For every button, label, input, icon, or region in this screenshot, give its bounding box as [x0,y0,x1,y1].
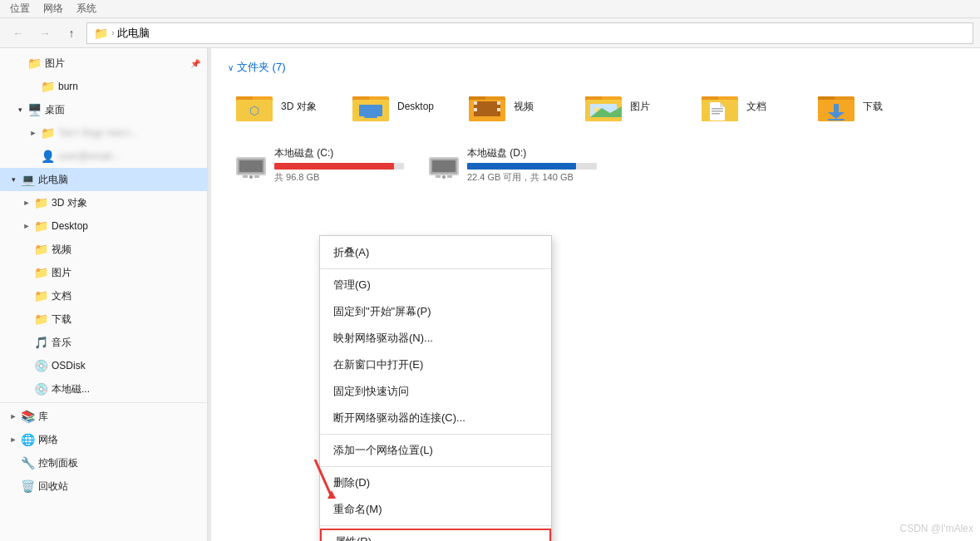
context-menu-item-disconnect[interactable]: 断开网络驱动器的连接(C)... [320,405,551,431]
sidebar-item-osdisk[interactable]: 💿 OSDisk [0,354,207,377]
context-menu-item-delete[interactable]: 删除(D) [320,470,551,496]
sidebar-item-downloads[interactable]: 📁 下载 [0,307,207,331]
folder-name-videos: 视频 [514,100,534,114]
folder-item-downloads[interactable]: 下载 [810,85,926,128]
sidebar-item-local-d[interactable]: 💿 本地磁... [0,377,207,401]
context-menu-item-collapse[interactable]: 折叠(A) [320,239,551,266]
expand-icon [20,243,33,256]
context-menu-item-manage[interactable]: 管理(G) [320,272,551,298]
context-menu-item-map-drive[interactable]: 映射网络驱动器(N)... [320,325,551,352]
forward-button[interactable]: → [33,22,57,45]
drive-d-name: 本地磁盘 (D:) [467,146,597,160]
top-nav-item-2[interactable]: 网络 [43,2,63,16]
sidebar-item-network[interactable]: ► 🌐 网络 [0,428,207,451]
folder-name-downloads: 下载 [863,100,883,114]
context-menu-item-pin-start[interactable]: 固定到"开始"屏幕(P) [320,298,551,325]
folder-item-pictures[interactable]: 图片 [577,85,693,128]
folder-icon: 📁 [33,242,48,257]
folder-item-videos[interactable]: 视频 [460,85,577,128]
drive-item-c[interactable]: 本地磁盘 (C:) 共 96.8 GB [228,141,411,189]
up-button[interactable]: ↑ [60,22,83,45]
folder-icon: 📁 [27,56,42,71]
folder-icon-videos [467,90,507,123]
context-menu-separator-3 [320,466,551,467]
recycle-icon: 🗑️ [20,479,35,494]
folder-name-documents: 文档 [746,100,766,114]
folder-name-pictures: 图片 [630,100,650,114]
context-menu-separator-2 [320,434,551,435]
sidebar-item-label: 桌面 [45,103,65,117]
svg-rect-46 [432,160,456,172]
folders-section-header[interactable]: ∨ 文件夹 (7) [228,60,963,75]
expand-icon: ► [27,126,40,140]
context-menu-item-add-network[interactable]: 添加一个网络位置(L) [320,437,551,464]
sidebar-item-desktop2[interactable]: ► 📁 Desktop [0,214,207,238]
context-menu-item-rename[interactable]: 重命名(M) [320,496,551,523]
sidebar-item-pictures2[interactable]: 📁 图片 [0,261,207,284]
sidebar-item-3d[interactable]: ► 📁 3D 对象 [0,191,207,214]
svg-point-41 [249,175,253,179]
context-menu-item-properties[interactable]: 属性(R) [320,529,551,541]
folder-name-3d: 3D 对象 [281,100,317,114]
toolbar: ← → ↑ 📁 › 此电脑 [0,18,980,48]
svg-rect-16 [497,108,500,111]
svg-rect-14 [474,108,477,111]
sidebar-item-desktop-sub2[interactable]: 👤 user@email... [0,145,207,168]
svg-rect-40 [239,160,263,172]
sidebar-item-control-panel[interactable]: 🔧 控制面板 [0,451,207,475]
folder-item-3d[interactable]: ⬡ 3D 对象 [228,85,344,128]
sidebar-item-label: 图片 [52,266,71,280]
folder-grid: ⬡ 3D 对象 [228,85,963,128]
address-bar[interactable]: 📁 › 此电脑 [86,22,973,44]
sidebar-item-label: 库 [38,410,48,424]
drive-c-icon [234,149,268,182]
desktop-icon: 🖥️ [27,102,42,117]
sidebar-item-burn[interactable]: 📁 burn [0,75,207,98]
svg-rect-31 [712,113,720,115]
sidebar-item-desktop[interactable]: ▾ 🖥️ 桌面 [0,98,207,121]
address-text: 此电脑 [117,26,150,41]
sidebar-item-label: 视频 [52,243,71,257]
sidebar-item-this-pc[interactable]: ▾ 💻 此电脑 [0,168,207,191]
drive-d-svg [427,150,460,180]
context-menu-separator-1 [320,268,551,269]
folder-icon: 📁 [33,195,48,210]
back-button[interactable]: ← [7,22,30,45]
context-menu: 折叠(A) 管理(G) 固定到"开始"屏幕(P) 映射网络驱动器(N)... 在… [319,235,552,541]
sidebar-item-videos[interactable]: 📁 视频 [0,238,207,261]
folder-item-documents[interactable]: 文档 [693,85,810,128]
context-menu-item-pin-quick[interactable]: 固定到快速访问 [320,378,551,405]
svg-rect-37 [828,119,845,120]
context-menu-item-open-new[interactable]: 在新窗口中打开(E) [320,352,551,378]
drive-grid: 本地磁盘 (C:) 共 96.8 GB [228,141,963,189]
sidebar-item-recycle[interactable]: 🗑️ 回收站 [0,475,207,498]
sidebar-item-label: 此电脑 [38,173,68,187]
folder-item-desktop[interactable]: Desktop [344,85,460,128]
drive-d-size: 22.4 GB 可用，共 140 GB [467,171,597,184]
sidebar-item-library[interactable]: ► 📚 库 [0,405,207,428]
expand-icon-this-pc: ▾ [7,173,20,186]
svg-rect-7 [359,105,382,116]
top-nav-item-3[interactable]: 系统 [76,2,96,16]
drive-item-d[interactable]: 本地磁盘 (D:) 22.4 GB 可用，共 140 GB [421,141,603,189]
computer-icon: 💻 [20,172,35,187]
sidebar-item-label: 文档 [52,289,71,303]
drive-c-size: 共 96.8 GB [274,171,404,184]
sidebar-item-desktop-sub1[interactable]: ► 📁 Тест блур текст... [0,121,207,145]
sidebar-item-label: burn [58,81,78,92]
sidebar-item-documents[interactable]: 📁 文档 [0,284,207,307]
context-menu-separator-4 [320,525,551,526]
folder-icon: 📁 [33,265,48,280]
sidebar-item-music[interactable]: 🎵 音乐 [0,331,207,354]
expand-icon [7,480,20,493]
folders-section-title: 文件夹 (7) [237,60,286,75]
folder-icon-3d: ⬡ [234,90,274,123]
top-nav-item-1[interactable]: 位置 [10,2,30,16]
svg-rect-35 [834,104,839,112]
expand-icon [20,382,33,396]
sidebar-item-label: 本地磁... [52,382,90,396]
expand-icon [20,312,33,326]
sidebar-item-label: user@email... [58,150,120,162]
svg-point-47 [442,175,446,179]
sidebar-item-pictures[interactable]: 📁 图片 📌 [0,52,207,75]
